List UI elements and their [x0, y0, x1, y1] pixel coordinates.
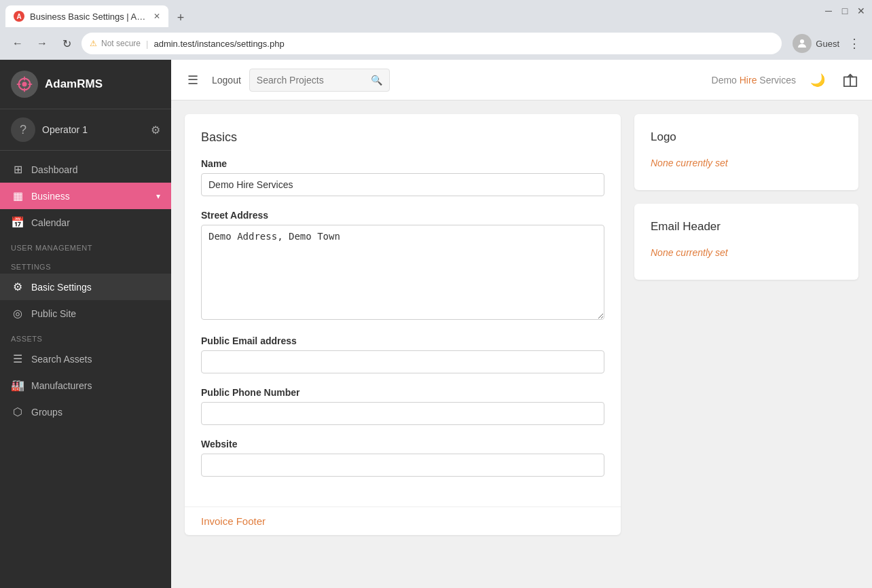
not-secure-label: Not secure [101, 39, 141, 48]
back-button[interactable]: ← [8, 34, 27, 53]
main-content: Basics Name Street Address Public Email … [171, 100, 872, 588]
business-icon: ▦ [11, 189, 24, 202]
street-address-group: Street Address [201, 210, 604, 322]
tab-favicon: A [14, 11, 24, 22]
calendar-icon: 📅 [11, 216, 24, 229]
section-label-settings: SETTINGS [0, 255, 171, 274]
website-input[interactable] [201, 454, 604, 477]
profile-area[interactable]: Guest [793, 34, 839, 53]
logo-none-set: None currently set [651, 152, 842, 174]
sidebar-item-groups[interactable]: ⬡ Groups [0, 399, 171, 425]
sidebar-item-dashboard[interactable]: ⊞ Dashboard [0, 156, 171, 183]
search-assets-icon: ☰ [11, 352, 24, 365]
sidebar-user: ? Operator 1 ⚙ [0, 109, 171, 151]
sidebar-item-public-site[interactable]: ◎ Public Site [0, 300, 171, 327]
basics-card-body: Basics Name Street Address Public Email … [185, 114, 621, 507]
svg-point-0 [800, 39, 804, 43]
reload-button[interactable]: ↻ [57, 34, 76, 53]
manufacturers-icon: 🏭 [11, 379, 24, 392]
basics-title: Basics [201, 130, 604, 145]
email-header-card-body: Email Header None currently set [634, 204, 858, 280]
address-bar[interactable]: ⚠ Not secure | admin.test/instances/sett… [81, 33, 782, 54]
browser-tab[interactable]: A Business Basic Settings | AdamRM ✕ [5, 5, 168, 27]
invoice-footer-section: Invoice Footer [185, 507, 621, 535]
minimize-button[interactable]: ─ [823, 5, 834, 16]
dark-mode-button[interactable]: 🌙 [807, 69, 829, 91]
public-site-icon: ◎ [11, 307, 24, 320]
forward-button[interactable]: → [33, 34, 52, 53]
user-avatar-icon: ? [11, 117, 35, 142]
new-tab-button[interactable]: + [171, 8, 190, 27]
section-label-assets: ASSETS [0, 327, 171, 346]
basics-card: Basics Name Street Address Public Email … [185, 114, 621, 535]
street-address-label: Street Address [201, 210, 604, 221]
logo-card-body: Logo None currently set [634, 114, 858, 190]
website-group: Website [201, 439, 604, 477]
sidebar-item-business[interactable]: ▦ Business ▾ [0, 183, 171, 209]
search-bar[interactable]: 🔍 [249, 69, 390, 92]
public-email-group: Public Email address [201, 335, 604, 373]
street-address-input[interactable] [201, 225, 604, 320]
email-header-none-set: None currently set [651, 242, 842, 263]
sidebar: AdamRMS ? Operator 1 ⚙ ⊞ Dashboard ▦ Bus… [0, 60, 171, 588]
sidebar-item-label: Manufacturers [31, 380, 160, 391]
close-button[interactable]: ✕ [856, 5, 867, 16]
search-icon: 🔍 [371, 75, 382, 86]
sidebar-item-search-assets[interactable]: ☰ Search Assets [0, 346, 171, 372]
company-name: Demo Hire Services [712, 75, 796, 86]
app-name: AdamRMS [45, 77, 103, 91]
hamburger-button[interactable]: ☰ [182, 69, 204, 91]
more-options-button[interactable]: ⋮ [845, 34, 864, 53]
sidebar-item-label: Search Assets [31, 354, 160, 365]
website-label: Website [201, 439, 604, 449]
top-nav-right: Demo Hire Services 🌙 [712, 69, 861, 91]
public-phone-input[interactable] [201, 402, 604, 425]
top-nav: ☰ Logout 🔍 Demo Hire Services 🌙 [171, 60, 872, 100]
sidebar-item-basic-settings[interactable]: ⚙ Basic Settings [0, 274, 171, 300]
sidebar-item-label: Basic Settings [31, 282, 160, 293]
maximize-button[interactable]: □ [839, 5, 850, 16]
groups-icon: ⬡ [11, 405, 24, 418]
logo-card: Logo None currently set [634, 114, 858, 190]
public-email-input[interactable] [201, 350, 604, 373]
user-name: Operator 1 [42, 124, 144, 135]
name-label: Name [201, 158, 604, 169]
building-icon[interactable] [839, 69, 861, 91]
public-phone-group: Public Phone Number [201, 387, 604, 425]
window-controls: ─ □ ✕ [823, 5, 867, 16]
logout-button[interactable]: Logout [212, 75, 241, 86]
public-phone-label: Public Phone Number [201, 387, 604, 398]
name-group: Name [201, 158, 604, 196]
tab-title: Business Basic Settings | AdamRM [30, 12, 148, 22]
sidebar-item-manufacturers[interactable]: 🏭 Manufacturers [0, 372, 171, 399]
profile-icon [793, 34, 812, 53]
search-input[interactable] [257, 75, 365, 86]
sidebar-item-label: Calendar [31, 217, 160, 228]
sidebar-item-label: Dashboard [31, 164, 160, 175]
sidebar-item-label: Groups [31, 407, 160, 418]
email-header-title: Email Header [651, 220, 842, 234]
user-settings-icon[interactable]: ⚙ [151, 124, 160, 136]
content-grid: Basics Name Street Address Public Email … [185, 114, 858, 535]
email-header-card: Email Header None currently set [634, 204, 858, 280]
chevron-down-icon: ▾ [156, 191, 160, 201]
public-email-label: Public Email address [201, 335, 604, 346]
settings-icon: ⚙ [11, 280, 24, 293]
dashboard-icon: ⊞ [11, 163, 24, 176]
right-column: Logo None currently set Email Header Non… [634, 114, 858, 535]
app-logo-icon [11, 71, 38, 98]
section-label-user-mgmt: USER MANAGEMENT [0, 236, 171, 255]
sidebar-item-label: Business [31, 191, 149, 202]
tab-close-icon[interactable]: ✕ [153, 12, 160, 21]
sidebar-item-label: Public Site [31, 308, 160, 319]
sidebar-logo: AdamRMS [0, 60, 171, 109]
sidebar-nav: ⊞ Dashboard ▦ Business ▾ 📅 Calendar USER… [0, 151, 171, 588]
profile-name: Guest [816, 39, 839, 49]
sidebar-item-calendar[interactable]: 📅 Calendar [0, 209, 171, 236]
url-display: admin.test/instances/settings.php [153, 39, 284, 49]
logo-title: Logo [651, 130, 842, 144]
name-input[interactable] [201, 173, 604, 196]
svg-point-3 [22, 82, 27, 87]
security-icon: ⚠ [90, 39, 97, 48]
